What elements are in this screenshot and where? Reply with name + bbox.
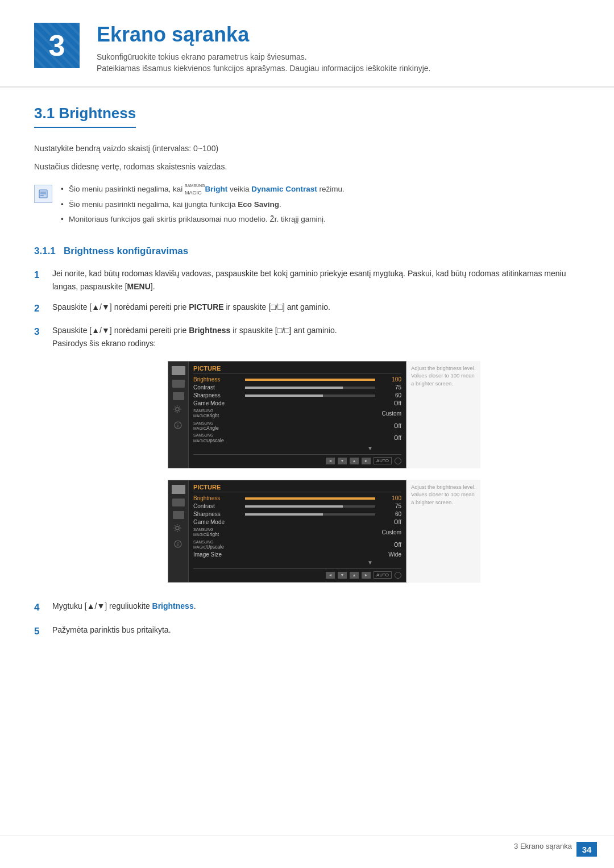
monitor-screen-2: i PICTURE Brightness 100 <box>168 480 480 583</box>
footer-chapter-label: 3 Ekrano sąranka <box>514 842 572 857</box>
note-block: Šio meniu pasirinkti negalima, kai SAMSU… <box>34 184 580 229</box>
monitor-row-contrast-2: Contrast 75 <box>193 503 401 509</box>
step-text-2: Spauskite [▲/▼] norėdami pereiti prie PI… <box>52 301 580 313</box>
contrast-bar-1 <box>245 387 375 389</box>
angle-label-1: SAMSUNGMAGICAngle <box>193 421 242 431</box>
step-text-1: Jei norite, kad būtų rodomas klavišų vad… <box>52 267 580 293</box>
step-num-4: 4 <box>34 600 49 615</box>
brightness-bar-2 <box>245 497 375 500</box>
nav-enter-2: ► <box>362 572 371 579</box>
auto-btn-1: AUTO <box>374 457 392 464</box>
sidebar-icon-gear <box>173 405 184 416</box>
nav-right-1: ▼ <box>338 458 347 464</box>
gamemode-label-2: Game Mode <box>193 519 242 525</box>
note-icon <box>34 185 52 203</box>
sharpness-fill-2 <box>245 513 323 516</box>
page-header: 3 Ekrano sąranka Sukonfigūruokite tokius… <box>0 0 614 88</box>
svg-point-4 <box>176 408 179 411</box>
gamemode-val-1: Off <box>373 400 401 406</box>
monitor-row-imagesize-2: Image Size Wide <box>193 551 401 558</box>
down-arrow-2: ▼ <box>193 559 401 566</box>
monitor-row-upscale-2: SAMSUNGMAGICUpscale Off <box>193 539 401 550</box>
down-arrow-1: ▼ <box>193 445 401 451</box>
step-text-5: Pažymėta parinktis bus pritaikyta. <box>52 624 580 636</box>
contrast-bar-2 <box>245 505 375 508</box>
subsection-title-text: Brightness konfigūravimas <box>64 246 188 256</box>
gamemode-label-1: Game Mode <box>193 400 242 406</box>
svg-point-7 <box>176 526 179 530</box>
nav-left-2: ◄ <box>326 572 335 579</box>
chapter-number: 3 <box>34 23 80 68</box>
upscale-label-2: SAMSUNGMAGICUpscale <box>193 539 242 550</box>
step-text-3: Spauskite [▲/▼] norėdami pereiti prie Br… <box>52 324 580 350</box>
step-num-1: 1 <box>34 267 49 283</box>
contrast-val-2: 75 <box>379 503 401 509</box>
steps-list-final: 4 Mygtuku [▲/▼] reguliuokite Brightness.… <box>34 600 580 638</box>
monitor-row-upscale-1: SAMSUNGMAGICUpscale Off <box>193 433 401 443</box>
brightness-val-2: 100 <box>379 495 401 501</box>
sharpness-val-2: 60 <box>379 511 401 517</box>
section-number: 3.1 <box>34 105 55 122</box>
monitor-main-1: PICTURE Brightness 100 Contrast <box>189 362 406 468</box>
brightness-fill-2 <box>245 497 375 500</box>
power-icon-2 <box>395 572 401 579</box>
bright-label-2: SAMSUNGMAGICBright <box>193 527 242 538</box>
monitor-header-2: PICTURE <box>193 484 401 492</box>
main-content: 3.1 Brightness Nustatykite bendrą vaizdo… <box>0 105 614 639</box>
sharpness-label-1: Sharpness <box>193 392 242 398</box>
bright-label-1: SAMSUNGMAGICBright <box>193 408 242 419</box>
note-item-3: Monitoriaus funkcijos gali skirtis prikl… <box>61 214 345 225</box>
nav-left-1: ◄ <box>326 458 335 464</box>
section-title-text: Brightness <box>59 105 136 122</box>
monitor-screens: i PICTURE Brightness 100 <box>68 361 580 583</box>
monitor-footer-2: ◄ ▼ ▲ ► AUTO <box>193 568 401 579</box>
section-desc2: Nustačius didesnę vertę, rodomas skaiste… <box>34 160 580 173</box>
monitor-display-1: i PICTURE Brightness 100 <box>168 361 406 468</box>
note-item-2: Šio meniu pasirinkti negalima, kai įjung… <box>61 199 345 210</box>
steps-list: 1 Jei norite, kad būtų rodomas klavišų v… <box>34 267 580 350</box>
page-footer: 3 Ekrano sąranka 34 <box>0 836 614 857</box>
monitor-row-brightness-2: Brightness 100 <box>193 495 401 501</box>
subsection-heading: 3.1.1 Brightness konfigūravimas <box>34 246 580 257</box>
sidebar-icon-lines <box>172 380 185 388</box>
chapter-title-block: Ekrano sąranka Sukonfigūruokite tokius e… <box>97 23 430 75</box>
step-num-2: 2 <box>34 301 49 316</box>
monitor-sidebar-2: i <box>168 480 189 582</box>
step-text-4: Mygtuku [▲/▼] reguliuokite Brightness. <box>52 600 580 612</box>
upscale-label-1: SAMSUNGMAGICUpscale <box>193 433 242 443</box>
monitor-row-bright-1: SAMSUNGMAGICBright Custom <box>193 408 401 419</box>
monitor-hint-1: Adjust the brightness level. Values clos… <box>406 361 480 468</box>
step-num-3: 3 <box>34 324 49 339</box>
monitor-row-sharpness-2: Sharpness 60 <box>193 511 401 517</box>
sharpness-bar-1 <box>245 394 375 397</box>
monitor-row-gamemode-1: Game Mode Off <box>193 400 401 406</box>
monitor-display-2: i PICTURE Brightness 100 <box>168 480 406 583</box>
monitor-row-contrast-1: Contrast 75 <box>193 384 401 391</box>
svg-text:i: i <box>177 423 179 429</box>
chapter-title: Ekrano sąranka <box>97 23 430 47</box>
monitor-row-angle-1: SAMSUNGMAGICAngle Off <box>193 421 401 431</box>
imagesize-label-2: Image Size <box>193 551 242 558</box>
bright-val-1: Custom <box>373 410 401 417</box>
power-icon-1 <box>395 458 401 464</box>
nav-up-2: ▲ <box>350 572 359 579</box>
contrast-label-1: Contrast <box>193 384 242 391</box>
nav-enter-1: ► <box>362 458 371 464</box>
section-heading: 3.1 Brightness <box>34 105 136 128</box>
monitor-row-bright-2: SAMSUNGMAGICBright Custom <box>193 527 401 538</box>
sidebar-icon-info-2: i <box>173 539 184 550</box>
sidebar-icon-arrow <box>173 392 184 400</box>
brightness-bar-1 <box>245 379 375 381</box>
note-item-1: Šio meniu pasirinkti negalima, kai SAMSU… <box>61 184 345 196</box>
sharpness-label-2: Sharpness <box>193 511 242 517</box>
sidebar-icon-gear-2 <box>173 524 184 535</box>
sharpness-val-1: 60 <box>379 392 401 398</box>
bright-val-2: Custom <box>373 529 401 535</box>
chapter-subtitle2: Pateikiamas išsamus kiekvienos funkcijos… <box>97 64 430 73</box>
auto-btn-2: AUTO <box>374 571 392 579</box>
contrast-fill-2 <box>245 505 343 508</box>
step-num-5: 5 <box>34 624 49 639</box>
brightness-fill-1 <box>245 379 375 381</box>
monitor-hint-2: Adjust the brightness level. Values clos… <box>406 480 480 583</box>
sharpness-fill-1 <box>245 394 323 397</box>
